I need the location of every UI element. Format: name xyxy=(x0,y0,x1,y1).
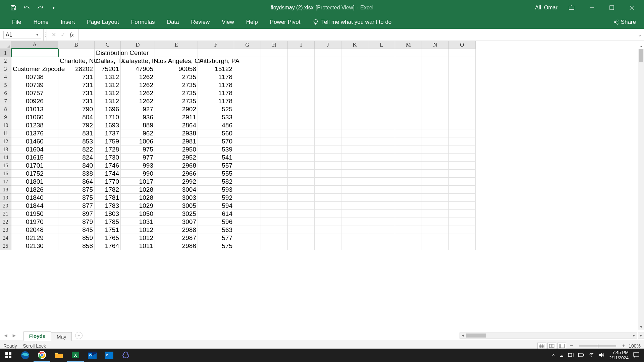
hscroll-thumb[interactable] xyxy=(466,334,486,338)
cell-G19[interactable] xyxy=(234,194,261,202)
cell-M22[interactable] xyxy=(395,218,422,226)
cell-B5[interactable]: 731 xyxy=(58,81,95,89)
cell-F9[interactable]: 533 xyxy=(198,113,234,121)
column-header-L[interactable]: L xyxy=(368,41,395,49)
row-header[interactable]: 15 xyxy=(0,162,11,170)
cell-F15[interactable]: 557 xyxy=(198,162,234,170)
cell-O15[interactable] xyxy=(449,162,476,170)
scroll-up-icon[interactable]: ▲ xyxy=(638,43,644,49)
cell-F4[interactable]: 1178 xyxy=(198,73,234,81)
cell-I1[interactable] xyxy=(288,49,315,57)
cell-N11[interactable] xyxy=(422,129,449,137)
cell-O1[interactable] xyxy=(449,49,476,57)
cell-H9[interactable] xyxy=(261,113,288,121)
battery-icon[interactable] xyxy=(578,353,584,358)
cell-M16[interactable] xyxy=(395,170,422,178)
cell-M18[interactable] xyxy=(395,186,422,194)
cell-G11[interactable] xyxy=(234,129,261,137)
cell-A17[interactable]: 01801 xyxy=(11,178,58,186)
cell-D21[interactable]: 1050 xyxy=(121,210,155,218)
cell-K11[interactable] xyxy=(341,129,368,137)
zoom-in-icon[interactable]: + xyxy=(622,343,625,349)
cell-E12[interactable]: 2981 xyxy=(155,137,198,145)
cell-O13[interactable] xyxy=(449,145,476,154)
cell-B10[interactable]: 792 xyxy=(58,121,95,129)
cell-A16[interactable]: 01752 xyxy=(11,170,58,178)
cell-J4[interactable] xyxy=(315,73,341,81)
cell-O6[interactable] xyxy=(449,89,476,97)
horizontal-scrollbar[interactable]: ◄ ► xyxy=(460,333,637,339)
cell-J20[interactable] xyxy=(315,202,341,210)
cell-D10[interactable]: 889 xyxy=(121,121,155,129)
cell-A20[interactable]: 01844 xyxy=(11,202,58,210)
cell-O9[interactable] xyxy=(449,113,476,121)
cell-H6[interactable] xyxy=(261,89,288,97)
cell-M9[interactable] xyxy=(395,113,422,121)
cell-L17[interactable] xyxy=(368,178,395,186)
cell-K6[interactable] xyxy=(341,89,368,97)
cell-K4[interactable] xyxy=(341,73,368,81)
row-header[interactable]: 12 xyxy=(0,137,11,145)
cell-J7[interactable] xyxy=(315,97,341,105)
cell-J10[interactable] xyxy=(315,121,341,129)
cell-L9[interactable] xyxy=(368,113,395,121)
select-all-corner[interactable] xyxy=(0,41,11,49)
cell-D23[interactable]: 1012 xyxy=(121,226,155,234)
tell-me[interactable]: Tell me what you want to do xyxy=(307,16,398,29)
cell-B7[interactable]: 731 xyxy=(58,97,95,105)
cell-E8[interactable]: 2902 xyxy=(155,105,198,113)
cell-F24[interactable]: 577 xyxy=(198,234,234,242)
cell-H15[interactable] xyxy=(261,162,288,170)
copilot-icon[interactable] xyxy=(117,349,134,362)
cell-G13[interactable] xyxy=(234,145,261,154)
cell-K14[interactable] xyxy=(341,154,368,162)
cell-A10[interactable]: 01238 xyxy=(11,121,58,129)
undo-icon[interactable] xyxy=(23,4,31,12)
cell-N13[interactable] xyxy=(422,145,449,154)
cell-M1[interactable] xyxy=(395,49,422,57)
page-layout-view-icon[interactable] xyxy=(547,343,556,349)
row-header[interactable]: 7 xyxy=(0,97,11,105)
cell-H19[interactable] xyxy=(261,194,288,202)
cell-D12[interactable]: 1006 xyxy=(121,137,155,145)
notifications-icon[interactable] xyxy=(633,352,639,359)
cell-E2[interactable]: Los Angeles, CA xyxy=(155,57,198,65)
cell-O2[interactable] xyxy=(449,57,476,65)
cell-B8[interactable]: 790 xyxy=(58,105,95,113)
cell-G12[interactable] xyxy=(234,137,261,145)
row-header[interactable]: 20 xyxy=(0,202,11,210)
row-header[interactable]: 24 xyxy=(0,234,11,242)
cell-J2[interactable] xyxy=(315,57,341,65)
cell-M6[interactable] xyxy=(395,89,422,97)
tab-file[interactable]: File xyxy=(6,16,27,29)
cell-F21[interactable]: 614 xyxy=(198,210,234,218)
cell-I17[interactable] xyxy=(288,178,315,186)
cell-I6[interactable] xyxy=(288,89,315,97)
column-header-G[interactable]: G xyxy=(234,41,261,49)
cell-I21[interactable] xyxy=(288,210,315,218)
cell-M12[interactable] xyxy=(395,137,422,145)
row-header[interactable]: 5 xyxy=(0,81,11,89)
worksheet-grid[interactable]: ABCDEFGHIJKLMNO 1Distribution Center2Cha… xyxy=(0,41,644,330)
cell-J6[interactable] xyxy=(315,89,341,97)
cell-M7[interactable] xyxy=(395,97,422,105)
cell-O7[interactable] xyxy=(449,97,476,105)
cell-B9[interactable]: 804 xyxy=(58,113,95,121)
cell-I13[interactable] xyxy=(288,145,315,154)
cell-A25[interactable]: 02130 xyxy=(11,242,58,250)
cell-K20[interactable] xyxy=(341,202,368,210)
cell-L18[interactable] xyxy=(368,186,395,194)
cell-I9[interactable] xyxy=(288,113,315,121)
tab-review[interactable]: Review xyxy=(185,16,216,29)
cell-O3[interactable] xyxy=(449,65,476,73)
cell-M19[interactable] xyxy=(395,194,422,202)
cell-I11[interactable] xyxy=(288,129,315,137)
cell-C12[interactable]: 1759 xyxy=(95,137,121,145)
cell-M14[interactable] xyxy=(395,154,422,162)
cell-B6[interactable]: 731 xyxy=(58,89,95,97)
cell-E20[interactable]: 3005 xyxy=(155,202,198,210)
cell-A4[interactable]: 00738 xyxy=(11,73,58,81)
cell-E13[interactable]: 2950 xyxy=(155,145,198,154)
cell-C15[interactable]: 1746 xyxy=(95,162,121,170)
cell-C6[interactable]: 1312 xyxy=(95,89,121,97)
